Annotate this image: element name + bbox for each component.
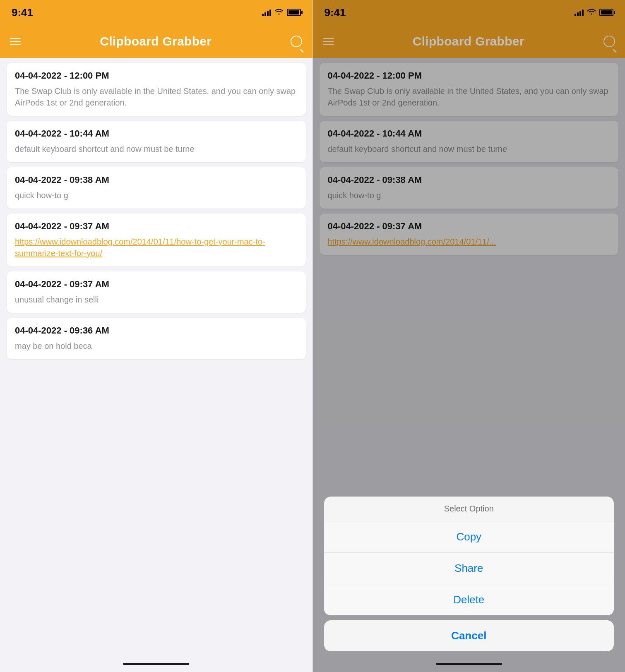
action-sheet-main: Select Option Copy Share Delete — [324, 497, 614, 615]
left-nav-bar: Clipboard Grabber — [0, 25, 312, 58]
action-sheet-title: Select Option — [324, 497, 614, 521]
left-clip-text-3: quick how-to g — [15, 190, 298, 201]
modal-overlay: Select Option Copy Share Delete Cancel — [313, 0, 625, 672]
left-clip-text-4: https://www.idownloadblog.com/2014/01/11… — [15, 236, 298, 259]
left-search-icon[interactable] — [291, 36, 302, 47]
left-clip-item-3[interactable]: 04-04-2022 - 09:38 AM quick how-to g — [7, 167, 306, 209]
left-clip-item-4[interactable]: 04-04-2022 - 09:37 AM https://www.idownl… — [7, 214, 306, 266]
left-status-icons — [262, 8, 301, 17]
left-clip-item-6[interactable]: 04-04-2022 - 09:36 AM may be on hold bec… — [7, 318, 306, 359]
left-clip-date-3: 04-04-2022 - 09:38 AM — [15, 175, 298, 185]
left-menu-icon[interactable] — [10, 38, 21, 45]
left-clip-item-2[interactable]: 04-04-2022 - 10:44 AM default keyboard s… — [7, 121, 306, 162]
left-clip-date-1: 04-04-2022 - 12:00 PM — [15, 70, 298, 81]
left-clip-item-1[interactable]: 04-04-2022 - 12:00 PM The Swap Club is o… — [7, 63, 306, 116]
left-status-bar: 9:41 — [0, 0, 312, 25]
share-button[interactable]: Share — [324, 553, 614, 584]
left-phone-panel: 9:41 Clipboard Grabber — [0, 0, 312, 672]
right-phone-panel: 9:41 Clipboard Grabber — [313, 0, 625, 672]
left-clip-date-4: 04-04-2022 - 09:37 AM — [15, 221, 298, 232]
left-content-area: 04-04-2022 - 12:00 PM The Swap Club is o… — [0, 58, 312, 655]
left-home-bar — [123, 663, 189, 665]
copy-button[interactable]: Copy — [324, 521, 614, 553]
left-nav-title: Clipboard Grabber — [100, 34, 212, 48]
left-home-indicator — [0, 655, 312, 672]
left-clip-date-6: 04-04-2022 - 09:36 AM — [15, 325, 298, 336]
left-clip-date-2: 04-04-2022 - 10:44 AM — [15, 128, 298, 139]
left-wifi-icon — [274, 8, 284, 17]
left-signal-icon — [262, 9, 271, 16]
left-status-time: 9:41 — [12, 6, 33, 19]
delete-button[interactable]: Delete — [324, 584, 614, 615]
left-clip-text-5: unusual change in selli — [15, 294, 298, 305]
action-sheet: Select Option Copy Share Delete Cancel — [324, 497, 614, 651]
left-clip-item-5[interactable]: 04-04-2022 - 09:37 AM unusual change in … — [7, 271, 306, 313]
left-clip-text-1: The Swap Club is only available in the U… — [15, 85, 298, 108]
left-clip-text-2: default keyboard shortcut and now must b… — [15, 143, 298, 155]
left-battery-icon — [287, 9, 301, 16]
left-clip-text-6: may be on hold beca — [15, 340, 298, 352]
cancel-button[interactable]: Cancel — [324, 620, 614, 651]
left-clip-date-5: 04-04-2022 - 09:37 AM — [15, 279, 298, 290]
